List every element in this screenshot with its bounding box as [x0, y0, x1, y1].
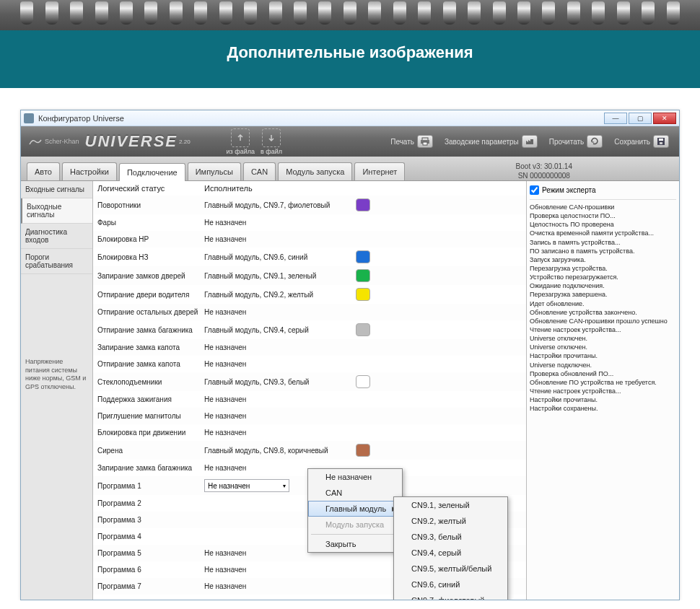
- signal-executor[interactable]: Главный модуль, CN9.6, синий: [204, 253, 356, 261]
- main-toolbar: Scher-Khan UNIVERSE 2.20 из файла в файл…: [21, 126, 679, 157]
- tab-авто[interactable]: Авто: [27, 162, 60, 180]
- main-content: Логический статус Исполнитель Поворотник…: [93, 181, 526, 600]
- signal-executor[interactable]: Не назначен: [204, 582, 356, 590]
- signal-row: ПоворотникиГлавный модуль, CN9.7, фиолет…: [93, 196, 526, 214]
- close-button[interactable]: ✕: [653, 113, 676, 124]
- signal-executor[interactable]: Не назначен: [204, 308, 356, 316]
- signal-name: Программа 6: [97, 566, 204, 574]
- tab-импульсы[interactable]: Импульсы: [188, 162, 241, 180]
- save-icon: [653, 135, 669, 148]
- table-header: Логический статус Исполнитель: [93, 181, 526, 196]
- tab-can[interactable]: CAN: [243, 162, 276, 180]
- signal-name: Программа 8: [97, 599, 204, 600]
- signal-name: Программа 7: [97, 582, 204, 590]
- menu-item[interactable]: Закрыть: [308, 536, 402, 552]
- menu-item[interactable]: Главный модуль▶: [308, 501, 402, 517]
- sidebar-item[interactable]: Диагностика входов: [21, 224, 92, 249]
- sidebar-item[interactable]: Выходные сигналы: [21, 198, 92, 224]
- signal-name: Блокировка при движении: [97, 429, 204, 437]
- signal-row: СтеклоподъемникиГлавный модуль, CN9.3, б…: [93, 372, 526, 391]
- color-swatch: [356, 323, 370, 336]
- log-line: Чтение настроек устройства...: [530, 387, 676, 395]
- signal-executor[interactable]: Главный модуль, CN9.8, коричневый: [204, 447, 356, 455]
- menu-item: Модуль запуска: [308, 517, 402, 533]
- load-from-file-button[interactable]: из файла: [227, 128, 255, 155]
- signal-executor[interactable]: Не назначен: [204, 343, 356, 351]
- executor-context-menu[interactable]: Не назначенCANГлавный модуль▶Модуль запу…: [307, 468, 403, 553]
- log-line: Universe отключен.: [530, 334, 676, 343]
- menu-item[interactable]: CAN: [308, 485, 402, 501]
- signal-row: Отпирание замка багажникаГлавный модуль,…: [93, 320, 526, 339]
- log-line: Запуск загрузчика.: [530, 255, 676, 264]
- signal-executor[interactable]: Главный модуль, CN9.4, серый: [204, 326, 356, 334]
- refresh-icon: [587, 135, 603, 148]
- signal-name: Блокировка НР: [97, 235, 204, 243]
- signal-executor[interactable]: Не назначен: [204, 412, 356, 420]
- print-button[interactable]: Печать: [388, 132, 436, 151]
- factory-settings-button[interactable]: Заводские параметры: [442, 132, 541, 151]
- color-swatch: [356, 198, 370, 211]
- status-note: Напряжение питания системы ниже нормы, G…: [21, 354, 92, 396]
- signal-executor[interactable]: Не назначен: [204, 219, 356, 227]
- tab-модуль запуска[interactable]: Модуль запуска: [278, 162, 352, 180]
- sidebar-item[interactable]: Пороги срабатывания: [21, 249, 92, 274]
- signal-executor[interactable]: Не назначен: [204, 566, 356, 574]
- log-line: Перезагрузка устройства.: [530, 264, 676, 273]
- col-header-status: Логический статус: [97, 184, 204, 193]
- expert-checkbox[interactable]: [530, 185, 539, 195]
- log-line: Запись в память устройства...: [530, 238, 676, 247]
- submenu-item[interactable]: CN9.2, желтый: [394, 513, 507, 529]
- submenu-item[interactable]: CN9.5, желтый/белый: [394, 561, 507, 577]
- tab-настройки[interactable]: Настройки: [62, 162, 117, 180]
- log-line: Обновление CAN-прошивки: [530, 203, 676, 211]
- signal-name: Программа 1: [97, 482, 204, 490]
- signal-name: Запирание замка багажника: [97, 464, 204, 472]
- signal-executor[interactable]: Не назначен: [204, 235, 356, 243]
- signal-executor[interactable]: Главный модуль, CN9.3, белый: [204, 378, 356, 386]
- save-button[interactable]: Сохранить: [611, 132, 672, 151]
- submenu-item[interactable]: CN9.1, зеленый: [394, 497, 507, 513]
- signal-name: Отпирание замка капота: [97, 360, 204, 368]
- log-line: Обновление ПО устройства не требуется.: [530, 378, 676, 387]
- log-line: Устройство перезагружается.: [530, 273, 676, 281]
- executor-dropdown[interactable]: Не назначен▾: [204, 479, 289, 492]
- signal-executor[interactable]: Главный модуль, CN9.7, фиолетовый: [204, 201, 356, 209]
- read-button[interactable]: Прочитать: [546, 132, 606, 151]
- signal-executor[interactable]: Не назначен: [204, 360, 356, 368]
- tab-подключение[interactable]: Подключение: [119, 163, 185, 181]
- signal-executor[interactable]: Не назначен: [204, 599, 356, 600]
- expert-mode-toggle[interactable]: Режим эксперта: [530, 184, 676, 200]
- log-line: Обновление CAN-прошивки прошло успешно: [530, 317, 676, 325]
- sidebar-item[interactable]: Входные сигналы: [21, 181, 92, 198]
- menu-item[interactable]: Не назначен: [308, 469, 402, 485]
- executor-submenu[interactable]: CN9.1, зеленыйCN9.2, желтыйCN9.3, белыйC…: [393, 496, 508, 600]
- upload-icon: [231, 128, 250, 147]
- signal-name: Программа 3: [97, 516, 204, 524]
- signal-name: Отпирание остальных дверей: [97, 308, 204, 316]
- signal-executor[interactable]: Главный модуль, CN9.2, желтый: [204, 291, 356, 299]
- submenu-item[interactable]: CN9.7, фиолетовый: [394, 592, 507, 600]
- color-swatch: [356, 250, 370, 263]
- log-line: Настройки сохранены.: [530, 404, 676, 413]
- maximize-button[interactable]: ▢: [629, 113, 652, 124]
- factory-icon: [522, 135, 538, 148]
- submenu-item[interactable]: CN9.3, белый: [394, 529, 507, 545]
- log-line: Идет обновление.: [530, 299, 676, 308]
- brand-name: UNIVERSE: [85, 132, 178, 151]
- log-line: Обновление устройства закончено.: [530, 308, 676, 317]
- svg-rect-2: [423, 142, 427, 145]
- log-line: Очистка временной памяти устройства...: [530, 229, 676, 237]
- signal-row: СиренаГлавный модуль, CN9.8, коричневый: [93, 441, 526, 460]
- log-line: Настройки прочитаны.: [530, 395, 676, 404]
- signal-executor[interactable]: Главный модуль, CN9.1, зеленый: [204, 272, 356, 280]
- save-to-file-button[interactable]: в файл: [261, 128, 282, 155]
- submenu-item[interactable]: CN9.4, серый: [394, 545, 507, 561]
- minimize-button[interactable]: —: [604, 113, 627, 124]
- tab-интернет[interactable]: Интернет: [354, 162, 405, 180]
- signal-name: Фары: [97, 219, 204, 227]
- log-line: Проверка обновлений ПО...: [530, 369, 676, 378]
- signal-executor[interactable]: Не назначен: [204, 395, 356, 403]
- submenu-item[interactable]: CN9.6, синий: [394, 577, 507, 592]
- log-line: Перезагрузка завершена.: [530, 290, 676, 299]
- signal-executor[interactable]: Не назначен: [204, 429, 356, 437]
